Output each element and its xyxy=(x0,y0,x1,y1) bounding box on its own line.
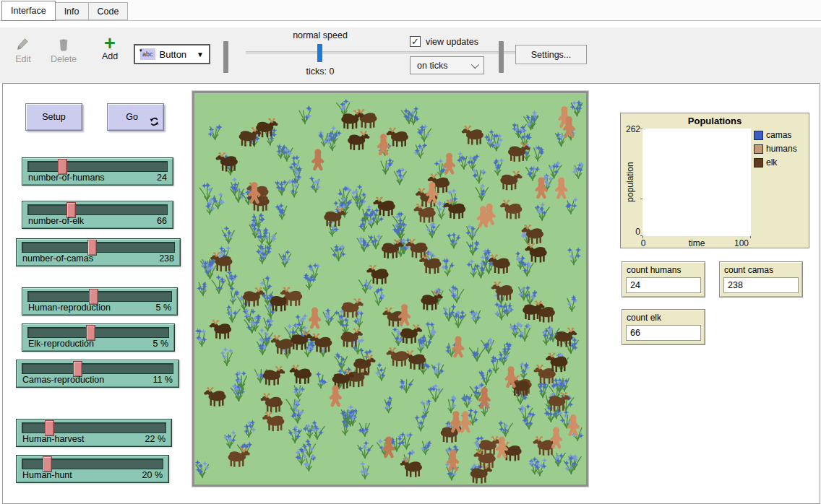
monitor-count-elk: count elk 66 xyxy=(622,309,705,345)
toolbar: Edit Delete + Add ▾abc Button ▼ normal s… xyxy=(0,27,821,83)
slider-Human-reproduction[interactable]: Human-reproduction 5 % xyxy=(22,287,178,316)
x-tick-mark xyxy=(642,236,643,238)
speed-label: normal speed xyxy=(248,30,392,40)
slider-track[interactable] xyxy=(22,459,163,469)
delete-label: Delete xyxy=(51,54,77,64)
monitor-label: count camas xyxy=(724,265,773,275)
slider-value: 20 % xyxy=(142,470,163,480)
x-axis-max: 100 xyxy=(729,238,754,248)
slider-label: Human-reproduction xyxy=(28,303,111,313)
tab-bar: Interface Info Code xyxy=(0,0,821,21)
toolbar-separator xyxy=(223,41,228,73)
slider-value: 24 xyxy=(157,173,167,183)
speed-slider-handle[interactable] xyxy=(317,44,322,62)
slider-label: Human-harvest xyxy=(22,434,84,444)
button-widget-icon: ▾abc xyxy=(140,48,155,60)
slider-label: number-of-elk xyxy=(28,216,84,226)
world-view[interactable] xyxy=(194,93,586,485)
elk-swatch xyxy=(754,158,763,168)
slider-number-of-elk[interactable]: number-of-elk 66 xyxy=(22,201,173,229)
slider-value: 5 % xyxy=(155,303,171,313)
slider-value: 66 xyxy=(157,216,167,226)
widget-type-dropdown[interactable]: ▾abc Button ▼ xyxy=(134,44,210,64)
slider-value: 5 % xyxy=(152,339,168,349)
y-tick-mark xyxy=(640,199,642,199)
slider-number-of-humans[interactable]: number-of-humans 24 xyxy=(22,157,173,186)
slider-Human-hunt[interactable]: Human-hunt 20 % xyxy=(16,455,169,483)
y-axis-min: 0 xyxy=(627,227,640,237)
plot-area xyxy=(642,129,751,236)
y-tick-mark xyxy=(640,129,642,129)
go-label: Go xyxy=(126,112,138,122)
monitor-value: 238 xyxy=(723,277,799,293)
edit-button[interactable]: Edit xyxy=(7,37,39,64)
pencil-icon xyxy=(7,37,39,53)
slider-Elk-reproduction[interactable]: Elk-reproduction 5 % xyxy=(22,323,175,352)
delete-button[interactable]: Delete xyxy=(45,37,82,64)
legend-item-elk: elk xyxy=(754,157,797,168)
slider-track[interactable] xyxy=(22,363,173,374)
widget-type-value: Button xyxy=(160,49,187,60)
monitor-label: count elk xyxy=(627,313,661,323)
legend-item-camas: camas xyxy=(754,130,797,140)
toolbar-separator xyxy=(499,41,504,73)
view-updates-group: ✓ view updates xyxy=(410,36,478,47)
tab-interface[interactable]: Interface xyxy=(1,1,56,21)
plot-legend: camas humans elk xyxy=(754,130,797,171)
y-axis-label: population xyxy=(625,153,635,211)
setup-label: Setup xyxy=(42,112,66,122)
slider-track[interactable] xyxy=(22,242,175,253)
add-button[interactable]: + Add xyxy=(94,34,126,61)
monitor-count-humans: count humans 24 xyxy=(622,261,705,297)
setup-button[interactable]: Setup xyxy=(25,103,82,131)
edit-label: Edit xyxy=(15,54,31,64)
y-axis-max: 262 xyxy=(621,124,640,134)
slider-track[interactable] xyxy=(27,291,172,302)
monitor-count-camas: count camas 238 xyxy=(719,261,803,297)
ticks-counter: ticks: 0 xyxy=(248,66,392,77)
trash-icon xyxy=(45,37,82,53)
slider-value: 238 xyxy=(159,253,174,264)
slider-label: number-of-humans xyxy=(28,173,105,183)
slider-label: Human-hunt xyxy=(22,470,72,480)
chevron-down-icon xyxy=(471,60,479,68)
plus-icon: + xyxy=(94,34,126,50)
view-updates-checkbox[interactable]: ✓ xyxy=(410,36,421,47)
humans-swatch xyxy=(754,144,763,154)
slider-label: Elk-reproduction xyxy=(28,339,94,349)
slider-track[interactable] xyxy=(27,327,169,338)
x-tick-mark xyxy=(750,236,751,238)
slider-Human-harvest[interactable]: Human-harvest 22 % xyxy=(16,419,172,447)
slider-label: Camas-reproduction xyxy=(22,375,104,385)
slider-track[interactable] xyxy=(27,161,168,172)
update-mode-select[interactable]: on ticks xyxy=(410,56,484,74)
slider-track[interactable] xyxy=(27,204,168,215)
slider-value: 11 % xyxy=(152,375,173,385)
populations-plot[interactable]: Populations 262 0 population 0 time 100 … xyxy=(620,113,809,248)
legend-item-humans: humans xyxy=(754,144,797,154)
slider-Camas-reproduction[interactable]: Camas-reproduction 11 % xyxy=(16,360,179,388)
monitor-label: count humans xyxy=(627,265,681,275)
view-updates-label: view updates xyxy=(426,37,478,47)
slider-label: number-of-camas xyxy=(22,253,93,264)
world-view-frame xyxy=(192,91,588,487)
plot-title: Populations xyxy=(621,116,809,126)
monitor-value: 24 xyxy=(626,277,701,293)
forever-icon xyxy=(150,117,159,126)
dropdown-caret-icon: ▼ xyxy=(197,51,204,58)
slider-value: 22 % xyxy=(145,434,166,444)
add-label: Add xyxy=(102,51,118,61)
camas-swatch xyxy=(754,131,763,140)
slider-number-of-camas[interactable]: number-of-camas 238 xyxy=(16,238,181,266)
slider-track[interactable] xyxy=(22,422,166,433)
settings-button[interactable]: Settings... xyxy=(515,45,587,64)
monitor-value: 66 xyxy=(626,325,701,341)
go-button[interactable]: Go xyxy=(107,103,164,131)
update-mode-value: on ticks xyxy=(417,61,447,71)
tab-code[interactable]: Code xyxy=(88,2,129,20)
tab-info[interactable]: Info xyxy=(55,2,89,20)
